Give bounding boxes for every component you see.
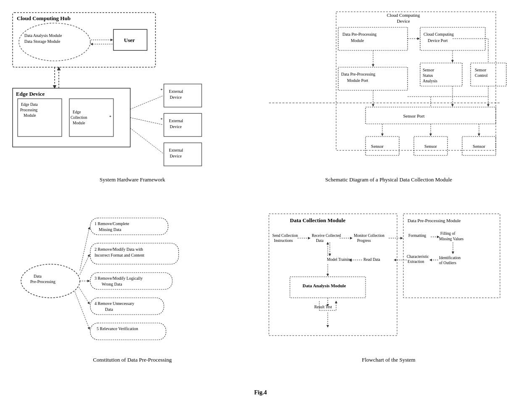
dam-label: Data Analysis Module bbox=[303, 283, 346, 288]
identification-label2: of Outliers bbox=[439, 261, 456, 265]
ext-device2-label2: Device bbox=[170, 124, 182, 129]
item4-label2: Data bbox=[105, 307, 113, 312]
send-label2: Instructions bbox=[274, 239, 293, 243]
edge-data-proc-label2: Processing bbox=[20, 108, 37, 112]
item4-label: 4 Remove Unnecessary bbox=[95, 301, 134, 306]
svg-rect-42 bbox=[90, 218, 168, 235]
data-preprocessing-svg: Data Pre-Processing 1 Remove/Complete Mi… bbox=[8, 210, 244, 352]
ext-device2-label: External bbox=[169, 118, 183, 123]
svg-line-51 bbox=[75, 291, 89, 329]
model-training-label: Model Training bbox=[327, 257, 352, 262]
ext-device1-label: External bbox=[169, 89, 183, 94]
svg-rect-48 bbox=[90, 298, 164, 315]
cloud-port-label: Cloud Computing bbox=[424, 32, 454, 37]
dpp-module-label2: Module bbox=[351, 38, 364, 43]
sensor-control-label: Sensor bbox=[475, 68, 487, 72]
dpp-module-label: Data Pre-Processing bbox=[342, 32, 376, 37]
svg-rect-50 bbox=[90, 323, 166, 340]
edge-collection-label3: Module bbox=[73, 121, 85, 125]
center-label1: Data bbox=[34, 274, 42, 278]
formatting-label: Formatting bbox=[408, 234, 426, 238]
characteristic-label2: Extraction bbox=[408, 260, 424, 264]
item3-label: 3 Remove/Modify Logically bbox=[95, 276, 142, 281]
item2-label: 2 Remove/Modify Data with bbox=[95, 247, 143, 252]
cloud-device-label2: Device bbox=[397, 18, 410, 24]
svg-line-14 bbox=[130, 118, 163, 125]
edge-data-proc-label3: Module bbox=[24, 113, 36, 118]
edge-data-proc-label: Edge Data bbox=[21, 102, 38, 107]
data-storage-label: Data Storage Module bbox=[24, 39, 61, 44]
svg-rect-52 bbox=[269, 214, 397, 336]
preprocessing-title: Constitution of Data Pre-Processing bbox=[8, 357, 256, 363]
receive-label2: Data bbox=[316, 239, 324, 243]
flowchart-svg: Data Collection Module Data Pre-Processi… bbox=[265, 210, 508, 352]
svg-line-49 bbox=[79, 287, 89, 304]
ext-device1-label2: Device bbox=[170, 95, 182, 100]
sensor1-label: Sensor bbox=[371, 144, 384, 149]
filling-label2: Missing Values bbox=[439, 237, 463, 241]
svg-line-13 bbox=[130, 96, 163, 109]
svg-rect-28 bbox=[366, 107, 496, 124]
characteristic-label: Characteristic bbox=[407, 255, 429, 259]
sensor-status-label2: Status bbox=[423, 73, 433, 78]
identification-label: Identification bbox=[439, 256, 460, 260]
item3-label2: Wrong Data bbox=[102, 282, 122, 286]
top-right-panel: Cloud Computing Device Data Pre-Processi… bbox=[260, 4, 517, 205]
bottom-left-panel: Data Pre-Processing 1 Remove/Complete Mi… bbox=[4, 205, 260, 386]
sensor-status-label: Sensor bbox=[423, 68, 434, 72]
physical-collection-title: Schematic Diagram of a Physical Data Col… bbox=[265, 176, 513, 183]
filling-label: Filling of bbox=[440, 231, 455, 236]
page-container: Cloud Computing Hub Data Analysis Module… bbox=[0, 0, 521, 420]
svg-rect-46 bbox=[90, 273, 172, 289]
dcm-label: Data Collection Module bbox=[290, 217, 345, 223]
fig-label: Fig.4 bbox=[4, 386, 517, 416]
monitor-label: Monitor Collection bbox=[354, 234, 384, 238]
svg-line-45 bbox=[80, 255, 89, 275]
sensor-status-label3: Analysis bbox=[423, 79, 437, 83]
svg-line-43 bbox=[80, 227, 89, 270]
center-label2: Pre-Processing bbox=[30, 279, 55, 284]
physical-collection-svg: Cloud Computing Device Data Pre-Processi… bbox=[265, 8, 508, 172]
bottom-right-panel: Data Collection Module Data Pre-Processi… bbox=[260, 205, 517, 386]
sensor-port-label: Sensor Port bbox=[403, 113, 424, 118]
hw-framework-svg: Cloud Computing Hub Data Analysis Module… bbox=[8, 8, 244, 172]
edge-collection-label2: Collection bbox=[71, 116, 87, 120]
cloud-device-label: Cloud Computing bbox=[387, 13, 420, 18]
edge-collection-label: Edge bbox=[73, 110, 81, 114]
cloud-hub-label: Cloud Computing Hub bbox=[17, 15, 71, 21]
user-label: User bbox=[124, 37, 135, 43]
dpp-port-label2: Module Port bbox=[347, 78, 368, 83]
sensor-control-label2: Control bbox=[475, 73, 488, 78]
hw-framework-title: System Hardware Framework bbox=[8, 176, 256, 183]
item5-label: 5 Relevance Verification bbox=[97, 326, 138, 331]
top-left-panel: Cloud Computing Hub Data Analysis Module… bbox=[4, 4, 260, 205]
asterisk1: * bbox=[109, 115, 111, 119]
item1-label2: Missing Data bbox=[99, 227, 121, 232]
item2-label2: Incorrect Format and Content bbox=[95, 253, 145, 257]
svg-line-15 bbox=[130, 128, 163, 153]
send-label: Send Collection bbox=[272, 234, 298, 238]
asterisk3: * bbox=[161, 117, 163, 122]
asterisk2: * bbox=[161, 88, 163, 92]
svg-rect-17 bbox=[338, 27, 408, 50]
dpp-port-label: Data Pre-Processing bbox=[341, 72, 375, 76]
ext-device3-label: External bbox=[169, 148, 183, 152]
result-test-label: Result Test bbox=[314, 305, 332, 309]
monitor-label2: Progress bbox=[357, 239, 371, 243]
sensor2-label: Sensor bbox=[424, 144, 437, 149]
receive-label: Receive Collected bbox=[312, 234, 341, 238]
data-analysis-label: Data Analysis Module bbox=[24, 33, 62, 38]
flowchart-title: Flowchart of the System bbox=[265, 357, 513, 363]
cloud-port-label2: Device Port bbox=[428, 38, 448, 43]
sensor3-label: Sensor bbox=[473, 144, 485, 149]
item1-label: 1 Remove/Complete bbox=[95, 221, 129, 226]
edge-device-label: Edge Device bbox=[16, 91, 45, 97]
dppm-label: Data Pre-Processing Module bbox=[408, 218, 461, 223]
ext-device3-label2: Device bbox=[170, 154, 182, 158]
read-data-label: Read Data bbox=[363, 257, 381, 262]
